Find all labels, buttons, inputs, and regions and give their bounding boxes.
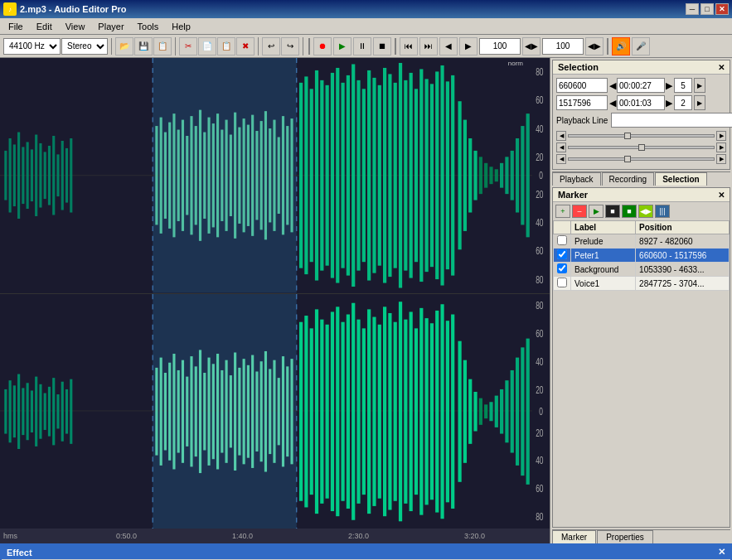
end-time-input[interactable] xyxy=(617,95,665,110)
svg-rect-6 xyxy=(9,138,12,213)
pause-button[interactable]: ⏸ xyxy=(353,37,371,56)
svg-rect-134 xyxy=(186,376,188,446)
zoom-right-spin[interactable]: ◀▶ xyxy=(585,37,604,56)
marker-bars-button[interactable]: ||| xyxy=(655,205,670,218)
cut-button[interactable]: ✂ xyxy=(179,37,197,56)
marker-check-peter1[interactable] xyxy=(557,249,567,259)
tab-selection[interactable]: Selection xyxy=(655,172,706,186)
record-button[interactable]: ⏺ xyxy=(313,37,332,56)
slider1-thumb[interactable] xyxy=(624,133,631,139)
redo-button[interactable]: ↪ xyxy=(281,37,299,56)
menu-tools[interactable]: Tools xyxy=(131,20,166,33)
zoom-right-input[interactable] xyxy=(542,38,584,55)
marker-label-background: Background xyxy=(571,263,636,277)
svg-rect-199 xyxy=(511,369,514,452)
slider1-track[interactable] xyxy=(568,134,715,138)
svg-rect-191 xyxy=(468,379,472,443)
selection-close-button[interactable]: ✕ xyxy=(718,63,725,72)
copy-button[interactable]: 📄 xyxy=(198,37,216,56)
svg-rect-188 xyxy=(451,314,454,508)
slider3-left[interactable]: ◀ xyxy=(556,154,566,164)
waveform-container[interactable]: norm xyxy=(0,58,550,543)
waveform-bottom-svg: 80 60 40 20 0 20 40 60 80 xyxy=(0,294,550,529)
marker-check-prelude[interactable] xyxy=(557,235,567,245)
svg-rect-184 xyxy=(430,323,434,500)
svg-rect-136 xyxy=(195,366,197,456)
waveform-bottom[interactable]: 80 60 40 20 0 20 40 60 80 xyxy=(0,294,550,529)
svg-rect-201 xyxy=(521,347,524,476)
end-nav-button[interactable]: ▶ xyxy=(694,95,705,110)
delete-button[interactable]: ✖ xyxy=(236,37,255,56)
svg-rect-170 xyxy=(356,319,360,503)
svg-rect-197 xyxy=(500,389,503,433)
minimize-button[interactable]: ─ xyxy=(686,3,699,15)
rewind-left[interactable]: ⏮ xyxy=(400,37,418,56)
bottom-tab-properties[interactable]: Properties xyxy=(597,530,653,543)
slider2-left[interactable]: ◀ xyxy=(556,142,566,152)
mic-button[interactable]: 🎤 xyxy=(632,37,650,56)
maximize-button[interactable]: □ xyxy=(700,3,714,15)
nav-left[interactable]: ◀ xyxy=(439,37,458,56)
slider1-left[interactable]: ◀ xyxy=(556,131,566,141)
marker-split-button[interactable]: ◀▶ xyxy=(638,205,653,218)
waveform-top[interactable]: norm xyxy=(0,58,550,294)
bottom-tab-marker[interactable]: Marker xyxy=(552,530,596,543)
slider2-track[interactable] xyxy=(568,146,715,149)
marker-stop-button[interactable]: ■ xyxy=(605,205,620,218)
slider3-thumb[interactable] xyxy=(624,156,631,162)
stop-button[interactable]: ⏹ xyxy=(373,37,391,56)
playback-line-input[interactable] xyxy=(611,113,732,128)
svg-rect-193 xyxy=(479,398,482,424)
start-sample-input[interactable] xyxy=(556,78,608,93)
play-button[interactable]: ▶ xyxy=(333,37,351,56)
nav-right[interactable]: ▶ xyxy=(459,37,477,56)
zoom-left-spin[interactable]: ◀▶ xyxy=(522,37,541,56)
slider3-track[interactable] xyxy=(568,157,715,161)
slider2-thumb[interactable] xyxy=(638,144,645,151)
marker-add-button[interactable]: + xyxy=(555,205,570,218)
open-button[interactable]: 📂 xyxy=(115,37,133,56)
marker-check-voice1[interactable] xyxy=(557,278,567,287)
menu-view[interactable]: View xyxy=(59,20,92,33)
save-button[interactable]: 💾 xyxy=(134,37,153,56)
end-num-input[interactable] xyxy=(674,95,692,110)
marker-row: Prelude 8927 - 482060 xyxy=(554,234,730,249)
start-num-input[interactable] xyxy=(674,78,692,93)
marker-play-button[interactable]: ▶ xyxy=(589,205,604,218)
slider2-right[interactable]: ▶ xyxy=(716,142,726,152)
start-time-input[interactable] xyxy=(617,78,665,93)
close-button[interactable]: ✕ xyxy=(715,3,729,15)
save-as-button[interactable]: 📋 xyxy=(153,37,172,56)
svg-rect-118 xyxy=(35,376,37,446)
marker-check-background[interactable] xyxy=(557,263,567,273)
rewind-right[interactable]: ⏭ xyxy=(419,37,438,56)
svg-rect-45 xyxy=(260,121,263,229)
zoom-left-input[interactable] xyxy=(479,38,521,55)
menu-help[interactable]: Help xyxy=(165,20,197,33)
paste-button[interactable]: 📋 xyxy=(217,37,235,56)
speaker-button[interactable]: 🔊 xyxy=(612,37,630,56)
end-sample-input[interactable] xyxy=(556,95,608,110)
svg-rect-146 xyxy=(238,367,240,455)
tab-playback[interactable]: Playback xyxy=(552,172,601,186)
svg-rect-131 xyxy=(172,354,175,469)
marker-pos-prelude: 8927 - 482060 xyxy=(636,234,730,249)
channels-select[interactable]: Stereo xyxy=(61,38,108,55)
sample-rate-select[interactable]: 44100 Hz xyxy=(3,38,61,55)
marker-remove-button[interactable]: – xyxy=(572,205,587,218)
menu-player[interactable]: Player xyxy=(91,20,130,33)
slider3-right[interactable]: ▶ xyxy=(716,154,726,164)
menu-edit[interactable]: Edit xyxy=(30,20,59,33)
svg-rect-86 xyxy=(473,151,477,200)
slider1-right[interactable]: ▶ xyxy=(716,131,726,141)
effect-close-button[interactable]: ✕ xyxy=(718,547,725,558)
tab-recording[interactable]: Recording xyxy=(602,172,655,186)
slider-row-1: ◀ ▶ xyxy=(556,131,726,141)
marker-close-button[interactable]: ✕ xyxy=(718,191,725,200)
start-nav-button[interactable]: ▶ xyxy=(694,78,705,93)
menu-file[interactable]: File xyxy=(2,20,30,33)
svg-rect-74 xyxy=(410,73,413,278)
undo-button[interactable]: ↩ xyxy=(262,37,280,56)
marker-green-button[interactable]: ■ xyxy=(622,205,637,218)
svg-rect-92 xyxy=(505,157,508,194)
